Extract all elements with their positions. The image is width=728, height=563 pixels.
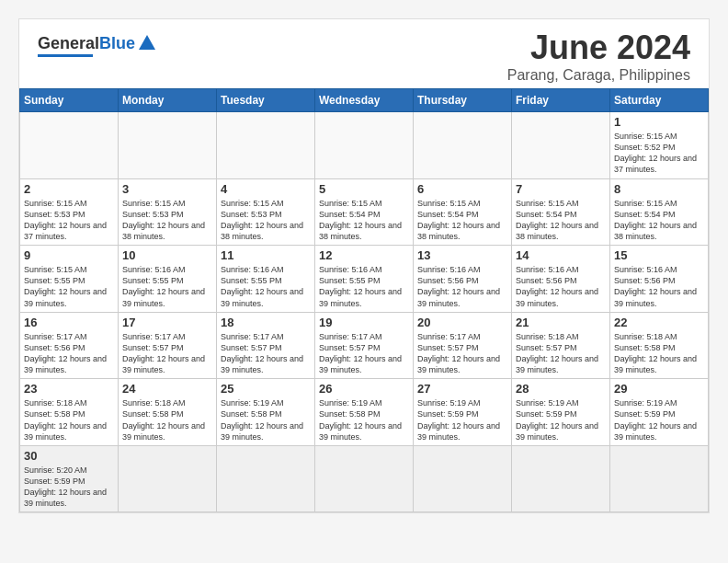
empty-cell xyxy=(610,445,709,512)
empty-cell xyxy=(414,445,512,512)
table-row: 17Sunrise: 5:17 AMSunset: 5:57 PMDayligh… xyxy=(119,312,217,379)
empty-cell xyxy=(512,112,610,179)
header-sunday: Sunday xyxy=(20,89,119,112)
empty-cell xyxy=(414,112,512,179)
table-row: 2Sunrise: 5:15 AMSunset: 5:53 PMDaylight… xyxy=(20,178,119,246)
table-row: 15Sunrise: 5:16 AMSunset: 5:56 PMDayligh… xyxy=(610,246,709,313)
table-row: 18Sunrise: 5:17 AMSunset: 5:57 PMDayligh… xyxy=(217,312,315,379)
table-row: 27Sunrise: 5:19 AMSunset: 5:59 PMDayligh… xyxy=(414,379,512,446)
weekday-header-row: Sunday Monday Tuesday Wednesday Thursday… xyxy=(20,89,709,112)
empty-cell xyxy=(512,445,610,512)
empty-cell xyxy=(315,112,414,179)
table-row: 21Sunrise: 5:18 AMSunset: 5:57 PMDayligh… xyxy=(512,312,610,379)
table-row: 5Sunrise: 5:15 AMSunset: 5:54 PMDaylight… xyxy=(315,178,414,246)
table-row: 9Sunrise: 5:15 AMSunset: 5:55 PMDaylight… xyxy=(20,246,119,313)
table-row: 13Sunrise: 5:16 AMSunset: 5:56 PMDayligh… xyxy=(414,246,512,313)
location: Parang, Caraga, Philippines xyxy=(507,67,690,84)
table-row: 26Sunrise: 5:19 AMSunset: 5:58 PMDayligh… xyxy=(315,379,414,446)
month-year: June 2024 xyxy=(507,29,690,67)
empty-cell xyxy=(217,445,315,512)
header-monday: Monday xyxy=(119,89,217,112)
logo-blue: Blue xyxy=(99,34,135,52)
table-row: 3Sunrise: 5:15 AMSunset: 5:53 PMDaylight… xyxy=(119,178,217,246)
table-row: 30Sunrise: 5:20 AMSunset: 5:59 PMDayligh… xyxy=(20,445,119,512)
table-row: 10Sunrise: 5:16 AMSunset: 5:55 PMDayligh… xyxy=(119,246,217,313)
table-row: 14Sunrise: 5:16 AMSunset: 5:56 PMDayligh… xyxy=(512,246,610,313)
header-saturday: Saturday xyxy=(610,89,709,112)
table-row: 7Sunrise: 5:15 AMSunset: 5:54 PMDaylight… xyxy=(512,178,610,246)
empty-cell xyxy=(315,445,414,512)
table-row: 24Sunrise: 5:18 AMSunset: 5:58 PMDayligh… xyxy=(119,379,217,446)
table-row: 8Sunrise: 5:15 AMSunset: 5:54 PMDaylight… xyxy=(610,178,709,246)
table-row: 28Sunrise: 5:19 AMSunset: 5:59 PMDayligh… xyxy=(512,379,610,446)
table-row: 6Sunrise: 5:15 AMSunset: 5:54 PMDaylight… xyxy=(414,178,512,246)
table-row: 22Sunrise: 5:18 AMSunset: 5:58 PMDayligh… xyxy=(610,312,709,379)
calendar-table: Sunday Monday Tuesday Wednesday Thursday… xyxy=(19,88,709,512)
header-thursday: Thursday xyxy=(414,89,512,112)
table-row: 16Sunrise: 5:17 AMSunset: 5:56 PMDayligh… xyxy=(20,312,119,379)
table-row: 19Sunrise: 5:17 AMSunset: 5:57 PMDayligh… xyxy=(315,312,414,379)
logo: GeneralBlue xyxy=(38,29,157,57)
empty-cell xyxy=(20,112,119,179)
svg-marker-0 xyxy=(139,35,155,50)
logo-text: GeneralBlue xyxy=(38,34,135,53)
table-row: 20Sunrise: 5:17 AMSunset: 5:57 PMDayligh… xyxy=(414,312,512,379)
empty-cell xyxy=(119,112,217,179)
logo-icon xyxy=(137,33,157,53)
table-row: 23Sunrise: 5:18 AMSunset: 5:58 PMDayligh… xyxy=(20,379,119,446)
table-row: 4Sunrise: 5:15 AMSunset: 5:53 PMDaylight… xyxy=(217,178,315,246)
table-row: 1Sunrise: 5:15 AMSunset: 5:52 PMDaylight… xyxy=(610,112,709,179)
table-row: 12Sunrise: 5:16 AMSunset: 5:55 PMDayligh… xyxy=(315,246,414,313)
title-block: June 2024 Parang, Caraga, Philippines xyxy=(507,29,690,84)
calendar-container: GeneralBlue June 2024 Parang, Caraga, Ph… xyxy=(18,18,710,513)
table-row: 25Sunrise: 5:19 AMSunset: 5:58 PMDayligh… xyxy=(217,379,315,446)
table-row: 29Sunrise: 5:19 AMSunset: 5:59 PMDayligh… xyxy=(610,379,709,446)
table-row: 11Sunrise: 5:16 AMSunset: 5:55 PMDayligh… xyxy=(217,246,315,313)
empty-cell xyxy=(217,112,315,179)
header-tuesday: Tuesday xyxy=(217,89,315,112)
empty-cell xyxy=(119,445,217,512)
header: GeneralBlue June 2024 Parang, Caraga, Ph… xyxy=(19,19,709,88)
header-wednesday: Wednesday xyxy=(315,89,414,112)
header-friday: Friday xyxy=(512,89,610,112)
